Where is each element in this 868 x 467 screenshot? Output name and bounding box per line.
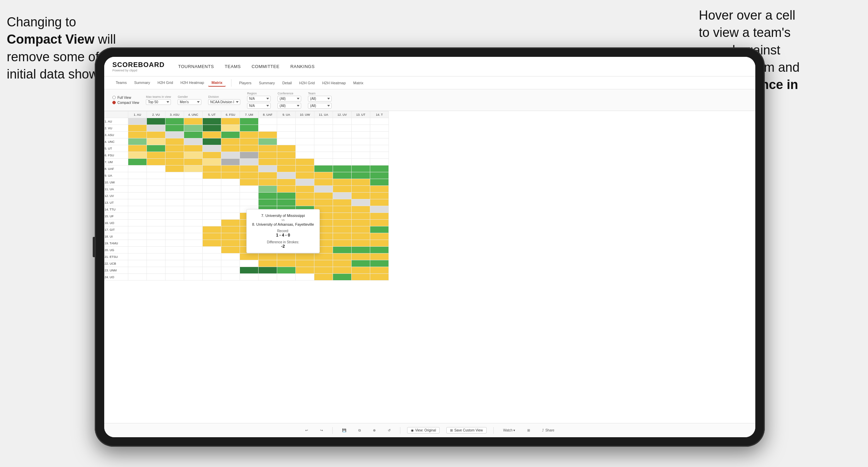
- watch-button[interactable]: Watch ▾: [500, 427, 518, 433]
- matrix-cell[interactable]: [240, 179, 259, 186]
- matrix-cell[interactable]: [370, 253, 389, 260]
- matrix-cell[interactable]: [314, 132, 333, 138]
- matrix-cell[interactable]: [277, 193, 296, 199]
- toolbar-zoom-in-button[interactable]: ⊕: [370, 427, 378, 433]
- matrix-cell[interactable]: [203, 253, 221, 260]
- matrix-cell[interactable]: [203, 240, 221, 247]
- matrix-cell[interactable]: [370, 138, 389, 145]
- matrix-cell[interactable]: [259, 260, 277, 267]
- team-select-1[interactable]: (All): [308, 96, 332, 102]
- matrix-cell[interactable]: [147, 172, 165, 179]
- matrix-cell[interactable]: [203, 247, 221, 253]
- matrix-cell[interactable]: [296, 118, 314, 125]
- matrix-cell[interactable]: [333, 118, 352, 125]
- matrix-cell[interactable]: [203, 186, 221, 193]
- matrix-cell[interactable]: [333, 179, 352, 186]
- matrix-cell[interactable]: [184, 165, 203, 172]
- matrix-cell[interactable]: [147, 220, 165, 226]
- matrix-cell[interactable]: [184, 233, 203, 240]
- matrix-cell[interactable]: [128, 172, 147, 179]
- matrix-cell[interactable]: [296, 125, 314, 132]
- matrix-cell[interactable]: [370, 199, 389, 206]
- matrix-cell[interactable]: [147, 125, 165, 132]
- matrix-cell[interactable]: [221, 132, 240, 138]
- matrix-cell[interactable]: [128, 274, 147, 281]
- tab-h2h-grid[interactable]: H2H Grid: [154, 79, 176, 87]
- matrix-cell[interactable]: [184, 118, 203, 125]
- matrix-cell[interactable]: [221, 125, 240, 132]
- matrix-cell[interactable]: [370, 240, 389, 247]
- matrix-cell[interactable]: [203, 260, 221, 267]
- matrix-cell[interactable]: [203, 206, 221, 213]
- matrix-cell[interactable]: [221, 199, 240, 206]
- matrix-cell[interactable]: [370, 193, 389, 199]
- matrix-cell[interactable]: [147, 145, 165, 152]
- matrix-cell[interactable]: [221, 213, 240, 220]
- tab-h2h-heatmap[interactable]: H2H Heatmap: [177, 79, 207, 87]
- matrix-cell[interactable]: [352, 247, 370, 253]
- matrix-cell[interactable]: [352, 274, 370, 281]
- region-select-1[interactable]: N/A: [247, 96, 271, 102]
- matrix-cell[interactable]: [370, 260, 389, 267]
- matrix-cell[interactable]: [370, 186, 389, 193]
- matrix-cell[interactable]: [184, 260, 203, 267]
- tab-players-detail[interactable]: Detail: [279, 80, 295, 86]
- matrix-cell[interactable]: [128, 233, 147, 240]
- matrix-cell[interactable]: [370, 132, 389, 138]
- matrix-cell[interactable]: [221, 233, 240, 240]
- matrix-cell[interactable]: [333, 206, 352, 213]
- matrix-cell[interactable]: [165, 159, 184, 165]
- matrix-cell[interactable]: [203, 132, 221, 138]
- matrix-cell[interactable]: [296, 260, 314, 267]
- matrix-cell[interactable]: [259, 145, 277, 152]
- matrix-cell[interactable]: [165, 118, 184, 125]
- matrix-cell[interactable]: [240, 267, 259, 274]
- matrix-cell[interactable]: [128, 226, 147, 233]
- region-select-2[interactable]: N/A: [247, 103, 271, 109]
- matrix-cell[interactable]: [165, 206, 184, 213]
- matrix-cell[interactable]: [296, 199, 314, 206]
- matrix-cell[interactable]: [165, 193, 184, 199]
- matrix-cell[interactable]: [277, 186, 296, 193]
- matrix-cell[interactable]: [203, 165, 221, 172]
- toolbar-copy-button[interactable]: ⧉: [356, 427, 363, 433]
- matrix-cell[interactable]: [221, 165, 240, 172]
- full-view-radio[interactable]: [112, 96, 116, 99]
- matrix-cell[interactable]: [165, 226, 184, 233]
- matrix-cell[interactable]: [240, 260, 259, 267]
- matrix-cell[interactable]: [203, 267, 221, 274]
- matrix-cell[interactable]: [352, 199, 370, 206]
- matrix-cell[interactable]: [203, 226, 221, 233]
- matrix-cell[interactable]: [184, 179, 203, 186]
- matrix-cell[interactable]: [333, 274, 352, 281]
- matrix-cell[interactable]: [352, 267, 370, 274]
- matrix-cell[interactable]: [147, 233, 165, 240]
- matrix-cell[interactable]: [370, 267, 389, 274]
- matrix-cell[interactable]: [240, 193, 259, 199]
- matrix-cell[interactable]: [221, 206, 240, 213]
- matrix-cell[interactable]: [240, 186, 259, 193]
- matrix-cell[interactable]: [184, 152, 203, 159]
- matrix-cell[interactable]: [370, 206, 389, 213]
- matrix-cell[interactable]: [240, 138, 259, 145]
- conference-select-1[interactable]: (All): [277, 96, 301, 102]
- matrix-cell[interactable]: [147, 138, 165, 145]
- matrix-cell[interactable]: [128, 179, 147, 186]
- matrix-cell[interactable]: [314, 179, 333, 186]
- matrix-cell[interactable]: [147, 240, 165, 247]
- matrix-cell[interactable]: [314, 172, 333, 179]
- matrix-cell[interactable]: [333, 172, 352, 179]
- nav-committee[interactable]: COMMITTEE: [251, 63, 280, 70]
- matrix-cell[interactable]: [240, 145, 259, 152]
- matrix-cell[interactable]: [221, 193, 240, 199]
- matrix-cell[interactable]: [165, 267, 184, 274]
- matrix-cell[interactable]: [333, 125, 352, 132]
- matrix-cell[interactable]: [314, 152, 333, 159]
- matrix-cell[interactable]: [203, 159, 221, 165]
- matrix-cell[interactable]: [352, 253, 370, 260]
- matrix-cell[interactable]: [240, 118, 259, 125]
- matrix-cell[interactable]: [352, 260, 370, 267]
- matrix-cell[interactable]: [128, 213, 147, 220]
- matrix-cell[interactable]: [314, 274, 333, 281]
- matrix-cell[interactable]: [259, 267, 277, 274]
